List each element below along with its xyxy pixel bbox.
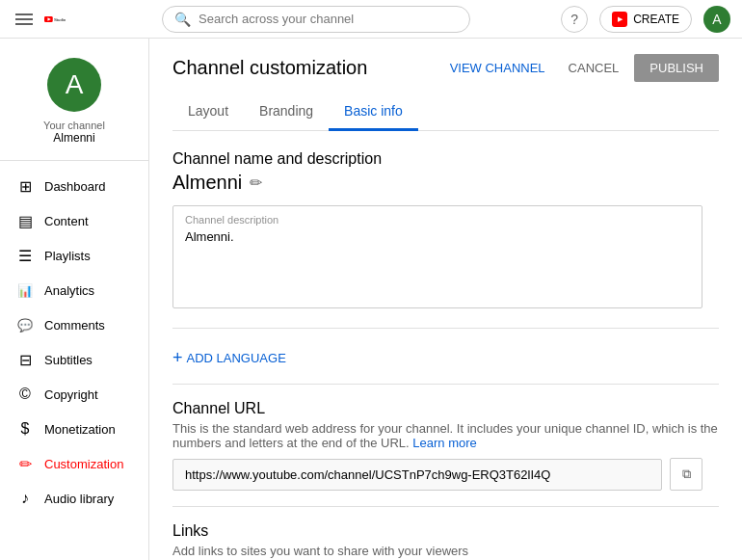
add-language-row: + ADD LANGUAGE bbox=[172, 329, 719, 384]
content-area: Channel customization VIEW CHANNEL CANCE… bbox=[149, 39, 742, 560]
sidebar-item-label: Audio library bbox=[44, 492, 114, 506]
page-title: Channel customization bbox=[172, 57, 367, 79]
search-bar[interactable]: 🔍 bbox=[162, 6, 470, 33]
sidebar-item-audio-library[interactable]: ♪ Audio library bbox=[0, 481, 148, 516]
comments-icon: 💬 bbox=[15, 315, 35, 334]
copyright-icon: © bbox=[15, 385, 35, 404]
sidebar-item-copyright[interactable]: © Copyright bbox=[0, 377, 148, 412]
content-icon: ▤ bbox=[15, 211, 35, 230]
edit-channel-name-icon[interactable]: ✏ bbox=[250, 173, 262, 192]
top-nav: Studio 🔍 ? CREATE A bbox=[0, 0, 742, 39]
sidebar-item-analytics[interactable]: 📊 Analytics bbox=[0, 273, 148, 307]
tabs: Layout Branding Basic info bbox=[172, 93, 719, 131]
links-section-desc: Add links to sites you want to share wit… bbox=[172, 544, 719, 558]
learn-more-link[interactable]: Learn more bbox=[412, 436, 476, 450]
channel-name-display: Almenni bbox=[172, 172, 242, 194]
publish-button[interactable]: PUBLISH bbox=[634, 54, 719, 82]
playlists-icon: ☰ bbox=[15, 246, 35, 265]
sidebar-item-playlists[interactable]: ☰ Playlists bbox=[0, 238, 148, 273]
customization-icon: ✏ bbox=[15, 454, 35, 473]
tab-basic-info[interactable]: Basic info bbox=[329, 93, 418, 131]
url-info: This is the standard web address for you… bbox=[172, 421, 719, 450]
sidebar-item-label: Copyright bbox=[44, 387, 98, 402]
subtitles-icon: ⊟ bbox=[15, 350, 35, 369]
copy-url-icon[interactable]: ⧉ bbox=[670, 458, 702, 491]
search-input[interactable] bbox=[199, 12, 458, 26]
channel-avatar: A bbox=[47, 58, 101, 112]
help-icon[interactable]: ? bbox=[561, 6, 588, 33]
channel-name: Almenni bbox=[53, 131, 94, 145]
links-section: Links Add links to sites you want to sha… bbox=[172, 507, 719, 560]
channel-label: Your channel bbox=[43, 120, 105, 131]
svg-text:Studio: Studio bbox=[54, 16, 66, 21]
sidebar-item-label: Dashboard bbox=[44, 179, 106, 194]
sidebar-item-label: Monetization bbox=[44, 422, 116, 437]
channel-name-row: Almenni ✏ bbox=[172, 172, 719, 194]
url-display: https://www.youtube.com/channel/UCSTnP7c… bbox=[172, 459, 662, 491]
hamburger-icon[interactable] bbox=[12, 10, 37, 29]
sidebar-item-label: Content bbox=[44, 214, 89, 228]
dashboard-icon: ⊞ bbox=[15, 176, 35, 196]
sidebar-item-label: Comments bbox=[44, 318, 105, 333]
description-input[interactable]: Almenni. bbox=[185, 229, 690, 297]
url-row: https://www.youtube.com/channel/UCSTnP7c… bbox=[172, 458, 702, 491]
main-layout: A Your channel Almenni ⊞ Dashboard ▤ Con… bbox=[0, 39, 742, 560]
learn-more-label: Learn more bbox=[412, 436, 476, 450]
analytics-icon: 📊 bbox=[15, 280, 35, 300]
sidebar-item-label: Customization bbox=[44, 457, 123, 471]
url-section-title: Channel URL bbox=[172, 400, 719, 417]
nav-right: ? CREATE A bbox=[561, 6, 730, 33]
nav-center: 🔍 bbox=[71, 6, 561, 33]
tab-layout[interactable]: Layout bbox=[172, 93, 244, 131]
sidebar-item-monetization[interactable]: $ Monetization bbox=[0, 412, 148, 446]
yt-studio-logo: Studio bbox=[44, 10, 71, 29]
create-label: CREATE bbox=[633, 13, 679, 26]
sidebar-item-subtitles[interactable]: ⊟ Subtitles bbox=[0, 342, 148, 377]
add-language-icon: + bbox=[172, 348, 183, 368]
sidebar-item-label: Playlists bbox=[44, 249, 91, 263]
cancel-button[interactable]: CANCEL bbox=[561, 55, 627, 81]
add-language-label: ADD LANGUAGE bbox=[187, 351, 286, 365]
channel-name-section-title: Channel name and description bbox=[172, 150, 719, 168]
links-section-title: Links bbox=[172, 522, 719, 540]
page-header: Channel customization VIEW CHANNEL CANCE… bbox=[172, 39, 719, 93]
channel-name-section: Channel name and description Almenni ✏ C… bbox=[172, 131, 719, 329]
description-label: Channel description bbox=[185, 214, 690, 226]
url-section: Channel URL This is the standard web add… bbox=[172, 384, 719, 507]
audio-library-icon: ♪ bbox=[15, 489, 35, 508]
sidebar-item-customization[interactable]: ✏ Customization bbox=[0, 446, 148, 481]
sidebar-item-label: Analytics bbox=[44, 283, 94, 298]
create-button[interactable]: CREATE bbox=[599, 6, 692, 33]
tab-branding[interactable]: Branding bbox=[244, 93, 329, 131]
avatar[interactable]: A bbox=[703, 6, 730, 33]
sidebar-item-content[interactable]: ▤ Content bbox=[0, 203, 148, 238]
add-language-button[interactable]: + ADD LANGUAGE bbox=[172, 344, 719, 372]
channel-info: A Your channel Almenni bbox=[0, 46, 148, 161]
view-channel-button[interactable]: VIEW CHANNEL bbox=[442, 55, 553, 81]
nav-left: Studio bbox=[12, 10, 71, 29]
sidebar-item-comments[interactable]: 💬 Comments bbox=[0, 307, 148, 342]
sidebar-item-label: Subtitles bbox=[44, 353, 93, 367]
header-actions: VIEW CHANNEL CANCEL PUBLISH bbox=[442, 54, 719, 82]
search-icon: 🔍 bbox=[174, 12, 191, 27]
create-btn-icon bbox=[612, 12, 627, 27]
description-wrapper: Channel description Almenni. bbox=[172, 205, 702, 308]
monetization-icon: $ bbox=[15, 419, 35, 439]
sidebar-item-dashboard[interactable]: ⊞ Dashboard bbox=[0, 169, 148, 203]
sidebar: A Your channel Almenni ⊞ Dashboard ▤ Con… bbox=[0, 39, 149, 560]
